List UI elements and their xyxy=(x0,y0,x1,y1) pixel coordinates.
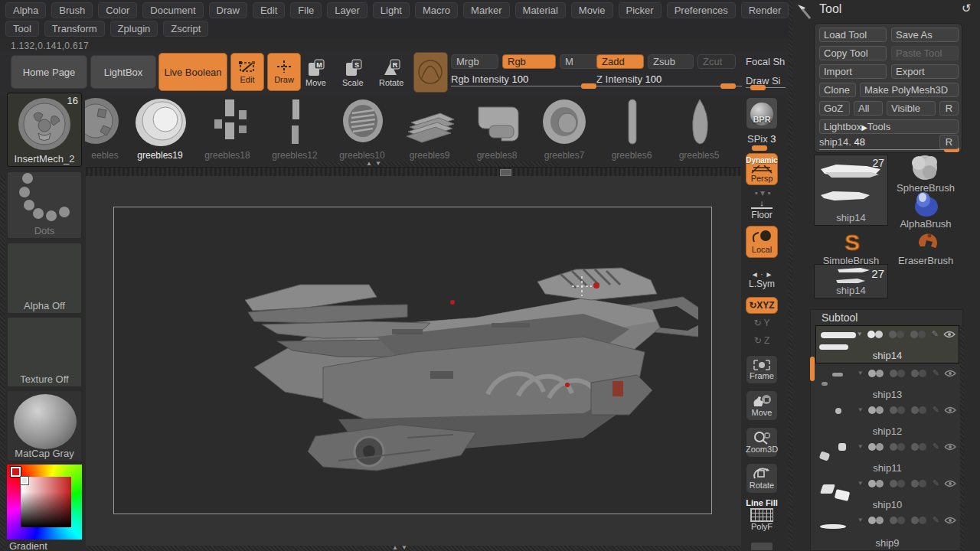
brush-thumb-greebles5[interactable]: greebles5 xyxy=(666,93,732,164)
tool-size-slider[interactable]: ship14. 48 xyxy=(819,136,938,150)
lightbox-tools-button[interactable]: Lightbox▶Tools xyxy=(819,119,959,134)
brush-icon[interactable]: ✎ xyxy=(932,329,939,339)
panel-divider[interactable] xyxy=(789,0,792,551)
edit-button[interactable]: Edit xyxy=(230,53,264,91)
local-button[interactable]: Local xyxy=(746,226,778,258)
visibility-toggle-icon[interactable] xyxy=(868,517,885,524)
brush-thumb-greebles20[interactable]: eebles xyxy=(83,93,127,164)
brush-icon[interactable]: ✎ xyxy=(933,515,939,525)
menu-picker[interactable]: Picker xyxy=(619,2,662,18)
visibility-toggle-icon[interactable] xyxy=(867,331,884,338)
dynamic-persp-button[interactable]: Dynamic Persp xyxy=(746,153,778,185)
eye-icon[interactable] xyxy=(944,443,956,451)
hue-selector[interactable] xyxy=(11,467,21,477)
uv-toggle-icon[interactable] xyxy=(910,331,927,338)
eye-icon[interactable] xyxy=(944,406,956,414)
menu-zplugin[interactable]: Zplugin xyxy=(110,21,158,37)
spix-slider[interactable]: SPix 3 xyxy=(747,133,776,145)
polypaint-toggle-icon[interactable] xyxy=(890,406,906,414)
polyf-button[interactable]: PolyF xyxy=(747,507,776,533)
bpr-button[interactable]: BPR xyxy=(746,97,778,129)
brush-icon[interactable]: ✎ xyxy=(933,442,939,452)
rgb-intensity-slider[interactable]: Rgb Intensity 100 xyxy=(451,73,603,87)
brush-icon[interactable]: ✎ xyxy=(933,405,939,415)
zoom3d-button[interactable]: Zoom3D xyxy=(746,427,778,458)
subtool-row-ship10[interactable]: ▼ ✎ ship10 xyxy=(815,475,959,512)
subtool-row-ship13[interactable]: ▼ ✎ ship13 xyxy=(815,365,959,402)
list-arrow-icon[interactable]: ▼ xyxy=(858,518,864,523)
nav-move-button[interactable]: Move xyxy=(746,390,778,421)
copy-tool-button[interactable]: Copy Tool xyxy=(819,46,887,60)
texture-tile[interactable]: Texture Off xyxy=(7,317,82,387)
menu-alpha[interactable]: Alpha xyxy=(5,2,46,18)
top-divider[interactable] xyxy=(306,161,559,167)
menu-layer[interactable]: Layer xyxy=(327,2,368,18)
rgb-button[interactable]: Rgb xyxy=(502,54,556,69)
sphere-brush-tile[interactable] xyxy=(903,153,946,184)
brush-thumb-greebles10[interactable]: greebles10 xyxy=(329,93,395,164)
menu-edit[interactable]: Edit xyxy=(253,2,285,18)
bottom-divider[interactable] xyxy=(86,546,741,551)
alpha-brush-tile[interactable] xyxy=(907,190,942,217)
menu-draw[interactable]: Draw xyxy=(209,2,247,18)
collapse-down-icon[interactable]: ▼ xyxy=(401,546,407,550)
brush-thumb-greebles9[interactable]: greebles9 xyxy=(397,93,462,164)
scale-mode-button[interactable]: S Scale xyxy=(342,58,364,87)
slider-handle[interactable] xyxy=(581,83,596,89)
zsub-button[interactable]: Zsub xyxy=(648,54,694,69)
zadd-button[interactable]: Zadd xyxy=(596,54,644,69)
draw-button[interactable]: Draw xyxy=(267,53,301,91)
rotate-mode-button[interactable]: R Rotate xyxy=(379,58,403,87)
focal-shift-slider[interactable]: Focal Sh xyxy=(746,56,787,67)
live-boolean-button[interactable]: Live Boolean xyxy=(158,53,227,91)
subtool-row-ship12[interactable]: ▼ ✎ ship12 xyxy=(815,402,959,439)
polypaint-toggle-icon[interactable] xyxy=(890,443,906,451)
import-button[interactable]: Import xyxy=(819,64,887,79)
slider-handle[interactable] xyxy=(720,83,736,89)
load-tool-button[interactable]: Load Tool xyxy=(819,28,887,42)
brush-thumb-greebles18[interactable]: greebles18 xyxy=(194,93,260,164)
list-arrow-icon[interactable]: ▼ xyxy=(858,445,864,449)
collapse-up-icon[interactable]: ▲ xyxy=(366,161,372,166)
list-arrow-icon[interactable]: ▼ xyxy=(858,408,864,412)
uv-toggle-icon[interactable] xyxy=(911,480,928,487)
menu-zscript[interactable]: Zscript xyxy=(163,21,208,37)
z-intensity-slider[interactable]: Z Intensity 100 xyxy=(596,73,742,87)
alpha-tile[interactable]: Alpha Off xyxy=(7,243,82,314)
partial-shelf-button[interactable] xyxy=(750,542,773,551)
menu-file[interactable]: File xyxy=(290,2,322,18)
insert-brush-tile[interactable]: 16 InsertMech_2 xyxy=(7,93,82,167)
save-as-button[interactable]: Save As xyxy=(891,28,959,42)
uv-toggle-icon[interactable] xyxy=(911,517,928,524)
subtool-row-ship11[interactable]: ▼ ✎ ship11 xyxy=(815,439,959,475)
spix-handle[interactable] xyxy=(752,145,767,151)
menu-render[interactable]: Render xyxy=(741,2,789,18)
eye-icon[interactable] xyxy=(944,480,956,487)
mrgb-button[interactable]: Mrgb xyxy=(451,54,498,69)
floor-button[interactable]: ↓ Floor xyxy=(746,196,778,222)
menu-marker[interactable]: Marker xyxy=(463,2,509,18)
polypaint-toggle-icon[interactable] xyxy=(890,517,906,524)
make-polymesh3d-button[interactable]: Make PolyMesh3D xyxy=(860,83,959,97)
material-tile[interactable]: MatCap Gray xyxy=(7,390,82,461)
menu-brush[interactable]: Brush xyxy=(51,2,93,18)
subtool-scrollbar[interactable] xyxy=(960,325,964,551)
menu-macro[interactable]: Macro xyxy=(415,2,458,18)
brush-thumb-greebles6[interactable]: greebles6 xyxy=(599,93,665,164)
left-divider[interactable] xyxy=(0,176,5,551)
rotate-z-button[interactable]: ↻ Z xyxy=(750,335,773,346)
brush-thumb-greebles12[interactable]: greebles12 xyxy=(262,93,328,164)
menu-light[interactable]: Light xyxy=(373,2,410,18)
eye-icon[interactable] xyxy=(943,331,956,338)
polypaint-toggle-icon[interactable] xyxy=(890,370,906,377)
menu-preferences[interactable]: Preferences xyxy=(667,2,736,18)
frame-button[interactable]: Frame xyxy=(746,355,778,384)
visibility-toggle-icon[interactable] xyxy=(868,480,885,487)
goz-button[interactable]: GoZ xyxy=(819,101,850,116)
goz-visible-button[interactable]: Visible xyxy=(887,101,936,116)
clone-button[interactable]: Clone xyxy=(819,83,856,97)
reset-icon[interactable]: ↺ xyxy=(962,2,972,15)
simple-brush-tile[interactable]: S xyxy=(837,230,867,256)
scrollbar-handle[interactable] xyxy=(500,169,511,176)
draw-size-handle[interactable] xyxy=(750,85,766,90)
